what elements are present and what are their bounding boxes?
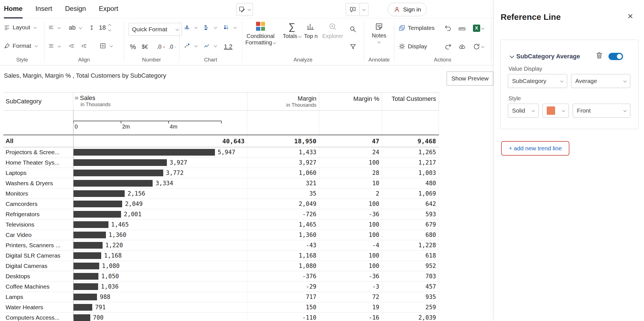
align-vertical-button[interactable] (48, 43, 60, 49)
chart-type-button-1[interactable] (184, 24, 197, 31)
sales-bar[interactable] (74, 170, 163, 176)
aggregation-dropdown[interactable]: Average (571, 74, 630, 88)
explorer-button[interactable]: Explorer (323, 22, 343, 39)
chart-type-button-2[interactable] (203, 24, 217, 31)
sales-bar[interactable] (74, 304, 92, 311)
increase-decimal-button[interactable]: .0+ (157, 44, 165, 50)
show-preview-button[interactable]: Show Preview (447, 72, 493, 85)
filter-button[interactable] (349, 43, 357, 51)
sales-bar[interactable] (74, 190, 125, 197)
chart-style-button[interactable] (184, 42, 197, 49)
header-customers[interactable]: Total Customers (382, 92, 439, 110)
add-trend-line-button[interactable]: + add new trend line (501, 141, 569, 156)
decrease-decimal-button[interactable]: .0- (169, 44, 176, 50)
sales-options-icon[interactable] (74, 96, 79, 100)
sales-bar[interactable] (74, 252, 101, 259)
table-row[interactable]: Digital Cameras1,0801,080100952 (3, 261, 439, 271)
comment-dropdown-button[interactable] (359, 3, 368, 16)
stepper-down-icon[interactable] (108, 28, 111, 31)
top-n-button[interactable]: Top n (302, 22, 320, 39)
indent-decrease-button[interactable] (69, 43, 75, 49)
refresh-button[interactable] (473, 43, 484, 50)
table-row[interactable]: Washers & Dryers3,33432110480 (3, 178, 439, 189)
table-row[interactable]: Water Heaters79115019259 (3, 302, 439, 313)
text-case-button[interactable]: ab (69, 24, 82, 31)
excel-export-button[interactable]: X (473, 25, 484, 32)
font-size-stepper[interactable]: 18 (99, 24, 111, 31)
delete-button[interactable] (596, 52, 603, 60)
borders-button[interactable] (100, 42, 112, 49)
table-row[interactable]: Printers, Scanners ...1,220-43-41,228 (3, 240, 439, 251)
sales-bar[interactable] (74, 294, 97, 300)
table-row[interactable]: Laptops3,7721,060281,003 (3, 168, 439, 178)
sales-bar[interactable] (74, 273, 98, 280)
undo-button[interactable] (444, 25, 452, 33)
tab-export[interactable]: Export (99, 0, 118, 18)
currency-format-button[interactable]: $€ (142, 44, 148, 50)
percent-format-button[interactable]: % (130, 43, 136, 51)
layout-button[interactable]: Layout (4, 24, 36, 31)
sales-bar[interactable] (74, 242, 103, 249)
table-row[interactable]: Monitors2,1563521,069 (3, 189, 439, 199)
search-button[interactable] (349, 25, 357, 34)
table-row[interactable]: Camcorders2,0492,049100642 (3, 199, 439, 209)
sales-bar[interactable] (74, 232, 106, 238)
layer-dropdown[interactable]: Front (573, 104, 630, 118)
header-subcategory[interactable]: SubCategory (3, 92, 73, 110)
header-margin-pct[interactable]: Margin % (319, 92, 382, 110)
sales-bar[interactable] (74, 283, 98, 290)
header-sales[interactable]: Sales in Thousands (73, 92, 247, 110)
sign-in-button[interactable]: Sign in (388, 3, 427, 16)
table-row[interactable]: Projectors & Scree...5,9471,433241,265 (3, 147, 439, 158)
table-row[interactable]: Refrigerators2,001-726-36593 (3, 209, 439, 220)
row-height-button[interactable] (89, 25, 94, 31)
notes-button[interactable]: Notes (364, 22, 394, 43)
tab-insert[interactable]: Insert (35, 0, 52, 18)
sales-bar[interactable] (74, 263, 99, 269)
conditional-formatting-button[interactable]: Conditional Formatting (243, 22, 278, 46)
display-button[interactable]: Display (399, 43, 427, 50)
edit-chart-button[interactable] (236, 3, 253, 16)
measure-button[interactable] (458, 25, 466, 34)
header-margin[interactable]: Margin in Thousands (247, 92, 319, 110)
sales-bar[interactable] (74, 201, 122, 207)
add-comment-button[interactable] (346, 3, 360, 16)
explorer-label: Explorer (322, 33, 343, 39)
totals-button[interactable]: ∑ Totals (282, 22, 302, 39)
sales-bar[interactable] (74, 221, 108, 228)
sales-bar[interactable] (74, 180, 153, 187)
templates-button[interactable]: Templates (399, 25, 435, 31)
cloud-upload-button[interactable] (458, 43, 466, 51)
table-row[interactable]: Coffee Machines1,036-29-3457 (3, 282, 439, 292)
sales-bar[interactable] (74, 159, 167, 166)
line-chart-button[interactable] (203, 42, 217, 49)
reference-line-name[interactable]: SubCategory Average (516, 53, 580, 60)
dimension-dropdown[interactable]: SubCategory (508, 74, 567, 88)
table-row[interactable]: Car Video1,3601,360100680 (3, 230, 439, 240)
sales-bar[interactable] (74, 211, 121, 218)
indent-increase-button[interactable] (81, 43, 87, 49)
tab-design[interactable]: Design (65, 0, 86, 18)
table-row[interactable]: Computers Access...700-110-162,039 (3, 313, 439, 321)
redo-button[interactable] (444, 43, 452, 51)
collapse-chevron-icon[interactable] (510, 54, 514, 58)
table-row[interactable]: Lamps98871772935 (3, 292, 439, 302)
format-button[interactable]: Format (4, 42, 37, 49)
stepper-up-icon[interactable] (108, 24, 111, 27)
line-style-dropdown[interactable]: Solid (508, 104, 539, 118)
table-row[interactable]: Home Theater Sys...3,9273,9271001,217 (3, 158, 439, 168)
quick-format-dropdown[interactable]: Quick Format (128, 23, 182, 36)
table-row[interactable]: Televisions1,4651,465100679 (3, 220, 439, 230)
table-row[interactable]: Desktops1,050-376-36703 (3, 271, 439, 282)
close-icon[interactable]: × (628, 11, 633, 21)
sales-bar[interactable] (74, 314, 90, 321)
enabled-toggle[interactable] (609, 53, 623, 60)
table-total-row[interactable]: All 40,643 18,950 47 9,468 (3, 135, 439, 147)
sales-bar[interactable] (74, 149, 215, 156)
tab-home[interactable]: Home (4, 0, 23, 18)
align-horizontal-button[interactable] (48, 25, 60, 31)
decimal-places-button[interactable]: 1.2 (224, 43, 233, 50)
chart-type-button-3[interactable] (223, 24, 236, 31)
table-row[interactable]: Digital SLR Cameras1,1681,168100618 (3, 251, 439, 261)
color-dropdown[interactable] (543, 104, 569, 118)
